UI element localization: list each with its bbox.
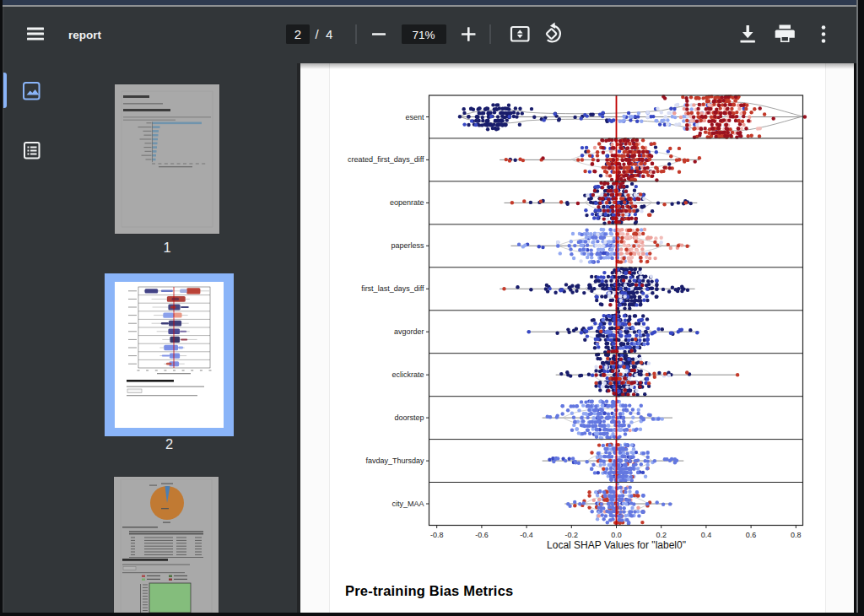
svg-text:city_MAA: city_MAA: [392, 500, 424, 508]
svg-text:avgorder: avgorder: [394, 327, 424, 336]
svg-text:-0.4: -0.4: [520, 531, 533, 539]
svg-text:-0.6: -0.6: [475, 531, 489, 539]
svg-text:0.4: 0.4: [701, 531, 712, 539]
svg-text:eopenrate: eopenrate: [390, 198, 424, 207]
svg-text:created_first_days_diff: created_first_days_diff: [348, 155, 424, 164]
svg-text:doorstep: doorstep: [394, 413, 424, 422]
svg-text:-0.2: -0.2: [565, 531, 579, 539]
svg-text:Local SHAP Values for "label0": Local SHAP Values for "label0": [547, 539, 686, 551]
svg-text:-0.8: -0.8: [430, 531, 444, 539]
svg-text:71%: 71%: [412, 29, 435, 41]
svg-text:report: report: [68, 29, 102, 41]
svg-text:0.0: 0.0: [611, 531, 622, 539]
svg-text:/ 4: / 4: [316, 27, 333, 41]
svg-text:favday_Thursday: favday_Thursday: [365, 457, 424, 465]
svg-text:2: 2: [294, 27, 301, 41]
svg-text:0.2: 0.2: [656, 531, 667, 539]
svg-text:0.6: 0.6: [746, 531, 757, 539]
svg-text:esent: esent: [405, 113, 424, 122]
svg-text:eclickrate: eclickrate: [392, 370, 424, 379]
svg-text:0.8: 0.8: [791, 531, 802, 539]
svg-text:paperless: paperless: [391, 241, 424, 250]
svg-text:first_last_days_diff: first_last_days_diff: [361, 284, 424, 293]
